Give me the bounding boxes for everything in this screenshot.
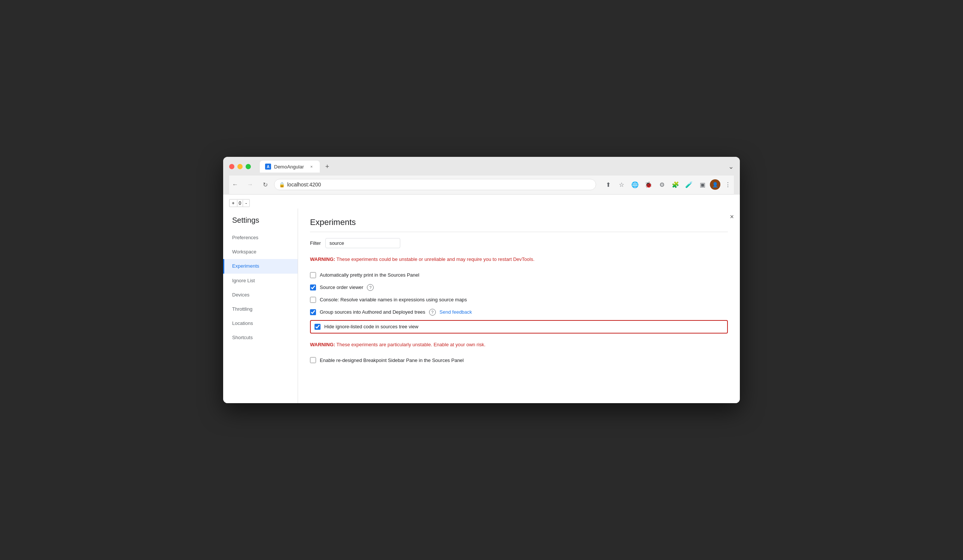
checkbox-breakpoint-sidebar[interactable] bbox=[310, 357, 316, 363]
maximize-window-button[interactable] bbox=[246, 164, 251, 169]
secure-icon: 🔒 bbox=[279, 182, 285, 188]
label-source-order: Source order viewer bbox=[320, 285, 363, 290]
warning-2-prefix: WARNING: bbox=[310, 342, 335, 347]
warning-1-body: These experiments could be unstable or u… bbox=[335, 256, 534, 262]
filter-label: Filter bbox=[310, 240, 321, 246]
url-text: localhost:4200 bbox=[287, 181, 321, 188]
warning-text-1: WARNING: These experiments could be unst… bbox=[310, 256, 728, 263]
sidebar-item-ignore-list[interactable]: Ignore List bbox=[223, 274, 298, 288]
profile-avatar[interactable]: 👤 bbox=[710, 179, 720, 190]
label-console-resolve: Console: Resolve variable names in expre… bbox=[320, 297, 467, 303]
browser-chrome: A DemoAngular × + ⌄ ← → ↻ 🔒 localhost:42… bbox=[223, 157, 740, 195]
settings-sidebar: Settings Preferences Workspace Experimen… bbox=[223, 209, 298, 403]
checkbox-pretty-print[interactable] bbox=[310, 272, 316, 278]
browser-window: A DemoAngular × + ⌄ ← → ↻ 🔒 localhost:42… bbox=[223, 157, 740, 403]
sidebar-item-shortcuts[interactable]: Shortcuts bbox=[223, 330, 298, 345]
send-feedback-link[interactable]: Send feedback bbox=[439, 309, 472, 315]
counter-value: 0 bbox=[237, 200, 243, 207]
main-content-area: Experiments Filter WARNING: These experi… bbox=[298, 209, 740, 403]
checkbox-console-resolve[interactable] bbox=[310, 297, 316, 303]
devtools-icon[interactable]: ⚙ bbox=[656, 178, 668, 191]
label-group-sources: Group sources into Authored and Deployed… bbox=[320, 309, 425, 315]
experiment-hide-ignore: Hide ignore-listed code in sources tree … bbox=[310, 320, 728, 333]
experiment-group-sources: Group sources into Authored and Deployed… bbox=[310, 306, 728, 319]
warning-text-2: WARNING: These experiments are particula… bbox=[310, 341, 728, 348]
earth-icon[interactable]: 🌐 bbox=[629, 178, 641, 191]
refresh-button[interactable]: ↻ bbox=[259, 178, 271, 191]
close-window-button[interactable] bbox=[229, 164, 234, 169]
label-breakpoint-sidebar: Enable re-designed Breakpoint Sidebar Pa… bbox=[320, 358, 464, 363]
sidebar-item-workspace[interactable]: Workspace bbox=[223, 245, 298, 259]
experiment-console-resolve: Console: Resolve variable names in expre… bbox=[310, 294, 728, 306]
navigation-bar: ← → ↻ 🔒 localhost:4200 ⬆ ☆ 🌐 🐞 ⚙ 🧩 🧪 ▣ 👤… bbox=[229, 176, 734, 195]
tab-bar: A DemoAngular × + bbox=[260, 160, 728, 173]
back-button[interactable]: ← bbox=[229, 178, 241, 191]
experiment-breakpoint-sidebar: Enable re-designed Breakpoint Sidebar Pa… bbox=[310, 354, 728, 366]
address-bar[interactable]: 🔒 localhost:4200 bbox=[274, 179, 596, 190]
counter-plus-button[interactable]: + bbox=[230, 199, 237, 207]
sidebar-icon[interactable]: ▣ bbox=[696, 178, 708, 191]
settings-container: × Settings Preferences Workspace Experim… bbox=[223, 209, 740, 403]
experiment-pretty-print: Automatically pretty print in the Source… bbox=[310, 269, 728, 281]
sidebar-item-locations[interactable]: Locations bbox=[223, 316, 298, 330]
tab-favicon: A bbox=[265, 163, 271, 170]
title-bar: A DemoAngular × + ⌄ bbox=[229, 160, 734, 173]
page-title: Experiments bbox=[310, 217, 728, 232]
traffic-lights bbox=[229, 164, 251, 169]
bookmark-icon[interactable]: ☆ bbox=[616, 178, 627, 191]
counter-minus-button[interactable]: - bbox=[243, 199, 249, 207]
active-tab[interactable]: A DemoAngular × bbox=[260, 160, 320, 173]
sidebar-item-preferences[interactable]: Preferences bbox=[223, 231, 298, 245]
puzzle-icon[interactable]: 🧩 bbox=[670, 178, 681, 191]
minimize-window-button[interactable] bbox=[237, 164, 243, 169]
help-icon-group-sources[interactable]: ? bbox=[429, 309, 436, 316]
tab-title: DemoAngular bbox=[274, 164, 304, 170]
warning-2-body: These experiments are particularly unsta… bbox=[335, 342, 486, 347]
help-icon-source-order[interactable]: ? bbox=[367, 284, 374, 291]
filter-input[interactable] bbox=[325, 238, 400, 248]
settings-close-button[interactable]: × bbox=[730, 213, 734, 221]
content-area: + 0 - × Settings Preferences Workspace E… bbox=[223, 195, 740, 403]
sidebar-item-throttling[interactable]: Throttling bbox=[223, 302, 298, 316]
checkbox-source-order[interactable] bbox=[310, 285, 316, 290]
experiment-source-order: Source order viewer ? bbox=[310, 281, 728, 294]
devtools-counter: + 0 - bbox=[229, 199, 250, 207]
tab-close-button[interactable]: × bbox=[308, 163, 315, 170]
warning-1-prefix: WARNING: bbox=[310, 256, 335, 262]
checkbox-group-sources[interactable] bbox=[310, 309, 316, 315]
new-tab-button[interactable]: + bbox=[322, 161, 332, 172]
sidebar-item-experiments[interactable]: Experiments bbox=[223, 259, 298, 273]
window-dropdown-icon[interactable]: ⌄ bbox=[728, 162, 734, 171]
checkbox-hide-ignore[interactable] bbox=[315, 324, 321, 330]
menu-icon[interactable]: ⋮ bbox=[722, 178, 734, 191]
label-pretty-print: Automatically pretty print in the Source… bbox=[320, 272, 419, 278]
sidebar-item-devices[interactable]: Devices bbox=[223, 288, 298, 302]
bug-icon[interactable]: 🐞 bbox=[642, 178, 655, 191]
flask-icon[interactable]: 🧪 bbox=[683, 178, 695, 191]
share-icon[interactable]: ⬆ bbox=[602, 178, 614, 191]
settings-title: Settings bbox=[223, 216, 298, 231]
forward-button[interactable]: → bbox=[244, 178, 256, 191]
filter-row: Filter bbox=[310, 238, 728, 248]
toolbar-icons: ⬆ ☆ 🌐 🐞 ⚙ 🧩 🧪 ▣ 👤 ⋮ bbox=[602, 178, 734, 191]
label-hide-ignore: Hide ignore-listed code in sources tree … bbox=[324, 324, 418, 329]
